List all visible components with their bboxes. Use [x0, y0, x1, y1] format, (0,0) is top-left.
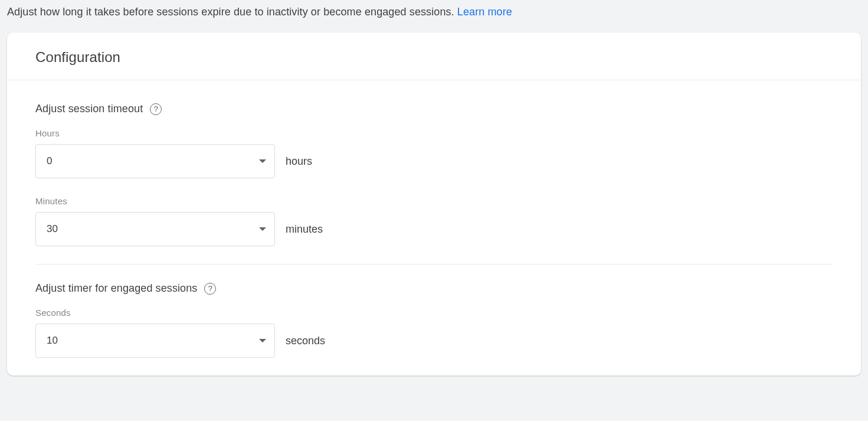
session-timeout-heading-text: Adjust session timeout	[35, 103, 143, 115]
learn-more-link[interactable]: Learn more	[457, 6, 512, 18]
chevron-down-icon	[259, 227, 266, 231]
help-icon[interactable]	[204, 283, 216, 295]
hours-select[interactable]: 0	[35, 144, 275, 178]
card-header: Configuration	[7, 32, 861, 80]
minutes-label: Minutes	[35, 196, 833, 206]
page-description: Adjust how long it takes before sessions…	[0, 0, 868, 32]
hours-suffix: hours	[286, 155, 312, 168]
seconds-select[interactable]: 10	[35, 324, 275, 358]
hours-value: 0	[47, 155, 52, 167]
seconds-suffix: seconds	[286, 335, 325, 347]
engaged-sessions-section: Adjust timer for engaged sessions Second…	[35, 265, 833, 358]
configuration-card: Configuration Adjust session timeout Hou…	[7, 32, 861, 376]
description-text: Adjust how long it takes before sessions…	[7, 6, 457, 18]
minutes-value: 30	[47, 223, 58, 235]
chevron-down-icon	[259, 339, 266, 342]
seconds-label: Seconds	[35, 308, 833, 318]
hours-row: 0 hours	[35, 144, 833, 178]
minutes-row: 30 minutes	[35, 212, 833, 246]
minutes-suffix: minutes	[286, 223, 323, 236]
minutes-select[interactable]: 30	[35, 212, 275, 246]
help-icon[interactable]	[150, 103, 162, 115]
card-body: Adjust session timeout Hours 0 hours Min…	[7, 80, 861, 376]
chevron-down-icon	[259, 159, 266, 163]
engaged-sessions-heading: Adjust timer for engaged sessions	[35, 282, 833, 295]
hours-label: Hours	[35, 128, 833, 138]
engaged-sessions-heading-text: Adjust timer for engaged sessions	[35, 282, 197, 295]
card-title: Configuration	[35, 49, 838, 66]
seconds-row: 10 seconds	[35, 324, 833, 358]
seconds-value: 10	[47, 335, 58, 347]
session-timeout-section: Adjust session timeout Hours 0 hours Min…	[35, 85, 833, 246]
session-timeout-heading: Adjust session timeout	[35, 103, 833, 115]
